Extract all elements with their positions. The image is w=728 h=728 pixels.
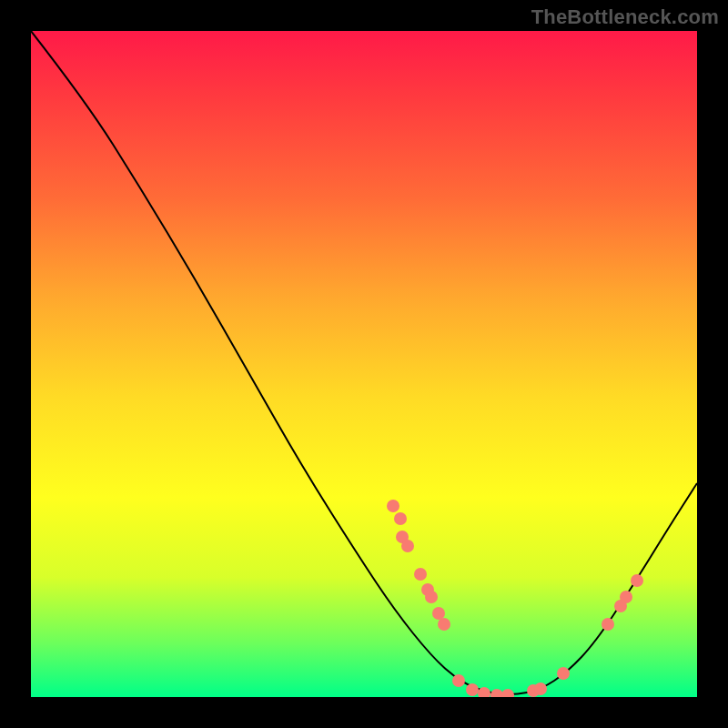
curve-marker (401, 540, 414, 552)
curve-marker (394, 512, 407, 525)
bottleneck-curve (31, 31, 697, 694)
curve-marker (620, 591, 632, 603)
curve-marker (425, 591, 438, 603)
curve-marker (534, 682, 547, 695)
attribution-text: TheBottleneck.com (531, 5, 719, 29)
curve-marker (602, 618, 614, 631)
curve-markers (387, 500, 643, 697)
curve-marker (452, 674, 465, 687)
curve-marker (387, 500, 399, 512)
curve-marker (438, 618, 450, 631)
curve-marker (557, 667, 570, 680)
curve-marker (490, 689, 503, 697)
chart-plot-area (31, 31, 697, 697)
curve-marker (631, 574, 643, 587)
chart-svg (31, 31, 697, 697)
curve-marker (414, 568, 427, 581)
curve-marker (501, 689, 514, 697)
curve-marker (466, 683, 479, 696)
curve-marker (432, 607, 445, 620)
